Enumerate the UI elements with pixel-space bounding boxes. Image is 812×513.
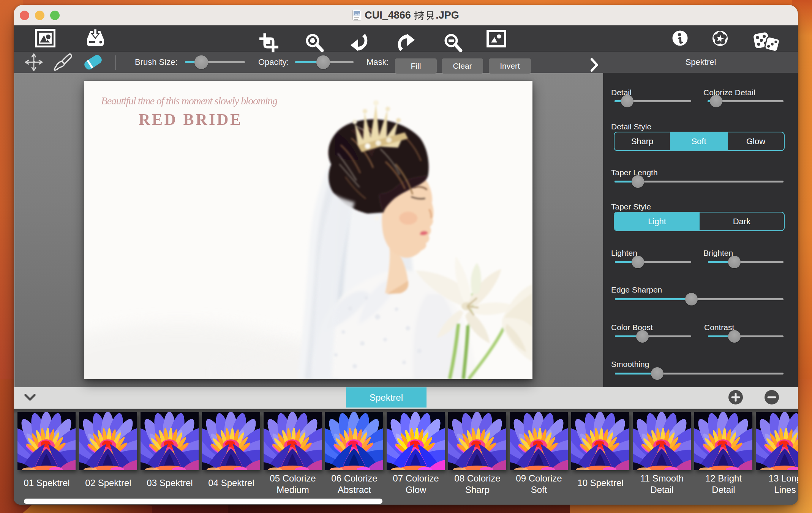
svg-text:RED BRIDE: RED BRIDE [139,111,243,128]
svg-text:Beautiful time of this moment: Beautiful time of this moment slowly blo… [101,95,278,107]
